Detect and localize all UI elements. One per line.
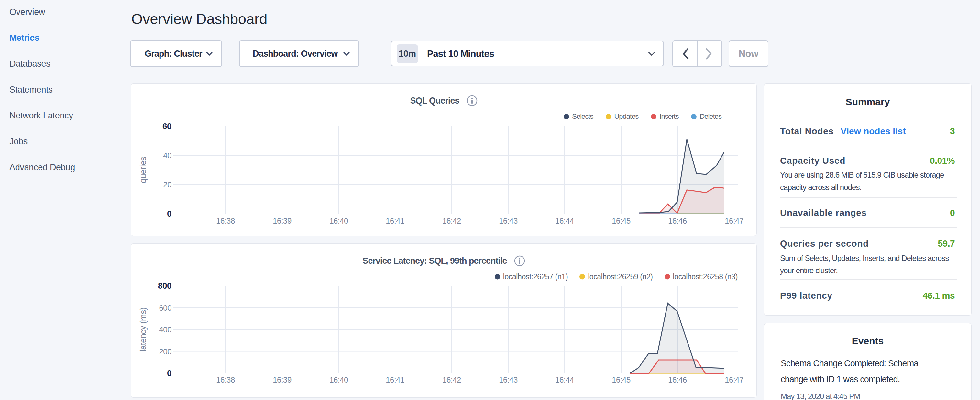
svg-text:16:47: 16:47 — [725, 217, 743, 225]
svg-text:16:40: 16:40 — [329, 375, 348, 384]
svg-text:16:41: 16:41 — [386, 217, 404, 225]
svg-text:16:46: 16:46 — [668, 375, 687, 384]
svg-text:16:43: 16:43 — [499, 375, 518, 384]
svg-text:16:44: 16:44 — [555, 375, 574, 384]
svg-text:16:42: 16:42 — [442, 217, 461, 225]
svg-text:600: 600 — [159, 304, 172, 312]
svg-text:16:39: 16:39 — [273, 217, 291, 225]
svg-text:16:46: 16:46 — [668, 217, 687, 225]
svg-text:16:38: 16:38 — [216, 375, 235, 384]
svg-text:16:45: 16:45 — [612, 217, 631, 225]
svg-text:16:40: 16:40 — [329, 217, 348, 225]
svg-text:16:43: 16:43 — [499, 217, 518, 225]
svg-text:400: 400 — [159, 325, 172, 334]
svg-text:800: 800 — [158, 281, 172, 291]
svg-text:16:47: 16:47 — [725, 375, 743, 384]
svg-text:16:45: 16:45 — [612, 375, 631, 384]
svg-text:0: 0 — [167, 368, 172, 378]
svg-text:16:39: 16:39 — [273, 375, 291, 384]
svg-text:16:38: 16:38 — [216, 217, 235, 225]
svg-text:16:42: 16:42 — [442, 375, 461, 384]
svg-text:latency (ms): latency (ms) — [138, 308, 148, 351]
svg-text:0: 0 — [167, 209, 172, 218]
svg-text:20: 20 — [163, 180, 172, 189]
svg-text:16:44: 16:44 — [555, 217, 574, 225]
svg-text:200: 200 — [159, 347, 172, 356]
svg-text:queries: queries — [138, 157, 148, 183]
svg-text:60: 60 — [162, 121, 172, 131]
svg-text:40: 40 — [163, 151, 172, 160]
svg-text:16:41: 16:41 — [386, 375, 404, 384]
